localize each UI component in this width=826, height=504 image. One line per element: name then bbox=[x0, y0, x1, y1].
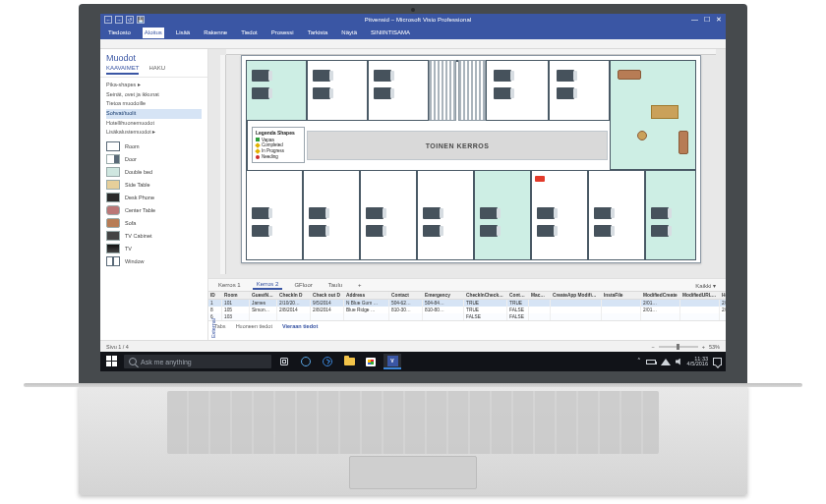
col-header[interactable]: CheckIn D bbox=[277, 292, 311, 299]
shape-item-door[interactable]: Door bbox=[106, 154, 202, 164]
qat-undo-button[interactable]: ↺ bbox=[126, 16, 134, 24]
bed[interactable] bbox=[423, 207, 441, 219]
page-tab[interactable]: GFloor bbox=[290, 281, 316, 289]
shape-item-tv-cabinet[interactable]: TV Cabinet bbox=[106, 231, 202, 241]
shape-item-desk-phone[interactable]: Desk Phone bbox=[106, 193, 202, 202]
sofa[interactable] bbox=[678, 131, 688, 154]
table-row[interactable]: 1101James2/10/20…9/5/2014N Blue Gum …504… bbox=[208, 300, 726, 307]
col-header[interactable]: Check out D bbox=[311, 292, 344, 299]
bed[interactable] bbox=[480, 225, 498, 237]
external-data-tab[interactable]: External bbox=[210, 318, 216, 338]
stencil-row[interactable]: Sohvat/tuolit bbox=[106, 109, 202, 119]
tab-home[interactable]: Aloitus bbox=[143, 28, 164, 38]
bed[interactable] bbox=[494, 70, 511, 82]
stencil-row[interactable]: Pika-shapes ▸ bbox=[106, 81, 202, 90]
start-button[interactable] bbox=[104, 354, 120, 369]
tab-addin[interactable]: SINIINTISAMA bbox=[369, 28, 412, 38]
bed[interactable] bbox=[494, 87, 511, 99]
close-button[interactable]: ✕ bbox=[716, 16, 722, 24]
col-header[interactable]: HereTy… bbox=[720, 292, 726, 299]
page-tab[interactable]: Kerros 1 bbox=[214, 281, 245, 289]
col-header[interactable]: Address bbox=[344, 292, 389, 299]
tab-review[interactable]: Tarkista bbox=[306, 28, 330, 38]
bed[interactable] bbox=[537, 225, 555, 237]
shape-item-tv[interactable]: TV bbox=[106, 244, 202, 253]
bed[interactable] bbox=[252, 207, 269, 219]
visio-taskbar-button[interactable]: V bbox=[384, 354, 401, 369]
bed[interactable] bbox=[309, 225, 326, 237]
sofa[interactable] bbox=[618, 70, 641, 80]
zoom-out-button[interactable]: − bbox=[652, 344, 655, 350]
drawing-page[interactable]: TOINEN KERROS Legenda Shapes Vapaa Compl… bbox=[241, 55, 701, 263]
col-header[interactable]: Emergency bbox=[423, 292, 464, 299]
bed[interactable] bbox=[480, 207, 498, 219]
bed[interactable] bbox=[557, 70, 574, 82]
qat-forward-button[interactable]: → bbox=[115, 16, 123, 24]
grid-footer-tab[interactable]: Huoneen tiedot bbox=[236, 323, 272, 329]
col-header[interactable]: Content bbox=[507, 292, 529, 299]
col-header[interactable]: ID bbox=[208, 292, 222, 299]
maximize-button[interactable]: ☐ bbox=[704, 16, 710, 24]
bed[interactable] bbox=[309, 207, 326, 219]
bed[interactable] bbox=[252, 87, 269, 99]
col-header[interactable]: InstaFile bbox=[602, 292, 641, 299]
task-view-button[interactable] bbox=[275, 354, 293, 369]
desk[interactable] bbox=[651, 105, 678, 119]
stencil-more[interactable]: Lisäkalustemuodot ▸ bbox=[106, 128, 202, 138]
center-table[interactable] bbox=[637, 131, 647, 140]
page-tab[interactable]: Taulu bbox=[324, 281, 346, 289]
battery-icon[interactable] bbox=[646, 360, 656, 364]
col-header[interactable]: CreateApp ModifiedWorkflow bbox=[551, 292, 602, 299]
table-row[interactable]: 8105Simon…2/8/20142/8/2014Blue Ridge …81… bbox=[208, 307, 726, 313]
col-header[interactable]: ModifiedURL PathPath bbox=[680, 292, 720, 299]
bed[interactable] bbox=[537, 207, 555, 219]
shape-item-window[interactable]: Window bbox=[106, 256, 202, 266]
file-explorer-button[interactable] bbox=[340, 354, 358, 369]
zoom-in-button[interactable]: + bbox=[702, 344, 705, 350]
stencil-row[interactable]: Hotellihuonemuodot bbox=[106, 119, 202, 129]
minimize-button[interactable]: — bbox=[691, 16, 698, 24]
stencil-row[interactable]: Seinät, ovet ja ikkunat bbox=[106, 90, 202, 100]
bed[interactable] bbox=[374, 70, 391, 82]
stencil-row[interactable]: Tietoa muodoille bbox=[106, 99, 202, 109]
tab-view[interactable]: Näytä bbox=[339, 28, 359, 38]
action-center-icon[interactable] bbox=[713, 358, 722, 365]
bed[interactable] bbox=[313, 87, 330, 99]
edge-button[interactable] bbox=[319, 354, 336, 369]
qat-save-button[interactable]: 💾 bbox=[137, 16, 145, 24]
page-tab[interactable]: Kerros 2 bbox=[253, 280, 283, 290]
qat-back-button[interactable]: ← bbox=[104, 16, 112, 24]
shape-item-sofa[interactable]: Sofa bbox=[106, 218, 202, 228]
col-header[interactable]: MachineApp bbox=[529, 292, 551, 299]
col-header[interactable]: Contact bbox=[389, 292, 423, 299]
zoom-control[interactable]: − + 53% bbox=[652, 344, 720, 350]
bed[interactable] bbox=[252, 225, 269, 237]
wifi-icon[interactable] bbox=[661, 359, 671, 365]
bed[interactable] bbox=[366, 225, 384, 237]
grid-footer-tab[interactable]: Vieraan tiedot bbox=[282, 323, 318, 329]
drawing-canvas[interactable]: TOINEN KERROS Legenda Shapes Vapaa Compl… bbox=[208, 49, 726, 278]
col-header[interactable]: ModifiedCreate bbox=[641, 292, 680, 299]
page-tab-add[interactable]: + bbox=[354, 281, 366, 289]
shapes-subtab-stencils[interactable]: KAAVAIMET bbox=[106, 65, 139, 75]
bed[interactable] bbox=[651, 207, 669, 219]
taskbar-search[interactable]: Ask me anything bbox=[124, 355, 271, 368]
bed[interactable] bbox=[651, 225, 669, 237]
shape-item-center-table[interactable]: Center Table bbox=[106, 205, 202, 215]
shapes-subtab-search[interactable]: HAKU bbox=[148, 65, 165, 75]
bed[interactable] bbox=[374, 87, 391, 99]
shape-item-side-table[interactable]: Side Table bbox=[106, 180, 202, 190]
taskbar-clock[interactable]: 11:33 4/5/2016 bbox=[687, 357, 708, 367]
cortana-button[interactable] bbox=[297, 354, 315, 369]
shape-item-room[interactable]: Room bbox=[106, 141, 202, 151]
volume-icon[interactable] bbox=[676, 359, 682, 365]
tab-insert[interactable]: Lisää bbox=[174, 28, 192, 38]
table-row[interactable]: 6103FALSEFALSE bbox=[208, 313, 726, 320]
tab-data[interactable]: Tiedot bbox=[239, 28, 259, 38]
bed[interactable] bbox=[313, 70, 330, 82]
shape-item-double-bed[interactable]: Double bed bbox=[106, 167, 202, 177]
col-header[interactable]: GuestName bbox=[250, 292, 277, 299]
tab-design[interactable]: Rakenne bbox=[202, 28, 229, 38]
store-button[interactable] bbox=[362, 354, 380, 369]
page-tab-all[interactable]: Kaikki ▾ bbox=[691, 281, 720, 290]
